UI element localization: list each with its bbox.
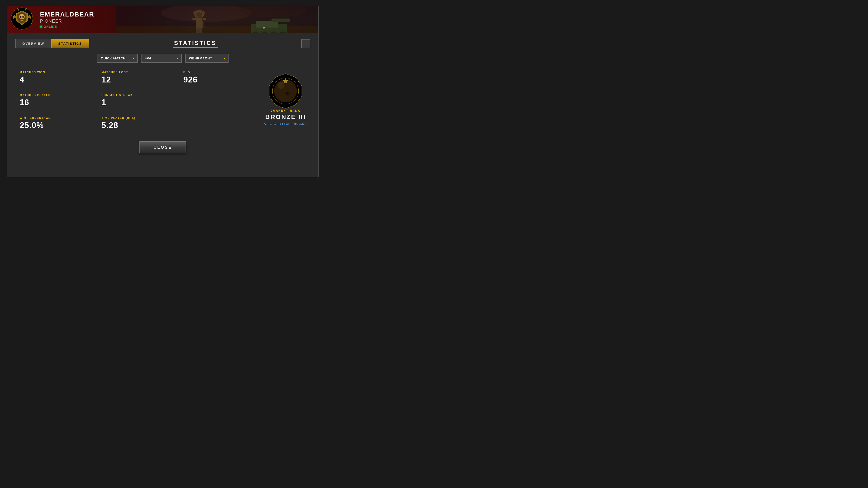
avatar	[11, 7, 35, 32]
team-size-select[interactable]: 1V1 2V2 3V3 4V4	[141, 54, 182, 63]
stat-longest-streak-value: 1	[101, 98, 179, 107]
stat-matches-played-label: MATCHES PLAYED	[20, 94, 97, 97]
player-name: EMERALDBEAR	[40, 11, 94, 18]
stat-elo-value: 926	[183, 75, 260, 85]
header: ★	[7, 6, 318, 33]
svg-rect-7	[192, 18, 196, 20]
tab-overview[interactable]: OVERVIEW	[15, 39, 52, 48]
svg-text:III: III	[285, 91, 288, 95]
svg-rect-10	[199, 28, 202, 33]
match-type-select[interactable]: QUICK MATCH RANKED CUSTOM	[97, 54, 138, 63]
rank-label: CURRENT RANK	[271, 109, 301, 112]
player-status: ONLINE	[40, 25, 94, 29]
stat-win-pct-value: 25.0%	[20, 121, 97, 130]
close-button-container: CLOSE	[15, 141, 310, 153]
stat-matches-won-label: MATCHES WON	[20, 71, 97, 74]
options-button[interactable]: ⋯	[301, 39, 310, 48]
stat-matches-lost-value: 12	[101, 75, 179, 85]
stats-grid: MATCHES WON 4 MATCHES LOST 12 ELO 926 MA…	[15, 71, 260, 130]
stat-matches-won: MATCHES WON 4	[15, 71, 97, 85]
stat-matches-lost-label: MATCHES LOST	[101, 71, 179, 74]
stat-matches-played-value: 16	[20, 98, 97, 107]
svg-point-33	[278, 82, 284, 89]
stat-elo-label: ELO	[183, 71, 260, 74]
stat-time-label: TIME PLAYED (HRS)	[101, 116, 179, 120]
svg-point-30	[274, 80, 297, 102]
tab-bar: OVERVIEW STATISTICS STATISTICS ⋯	[15, 39, 310, 48]
title-underline	[173, 47, 218, 48]
rank-name: BRONZE III	[265, 113, 306, 121]
status-indicator	[40, 26, 42, 28]
status-text: ONLINE	[43, 25, 57, 29]
tab-statistics[interactable]: STATISTICS	[51, 39, 89, 48]
stat-win-pct-label: WIN PERCENTAGE	[20, 116, 97, 120]
svg-point-25	[22, 16, 24, 18]
stat-empty	[179, 94, 260, 107]
main-content: OVERVIEW STATISTICS STATISTICS ⋯ QUICK M…	[7, 33, 318, 159]
faction-select[interactable]: Wehrmacht US FORCES BRITISH FORCES SOVIE…	[185, 54, 228, 63]
leaderboard-link[interactable]: VIEW WEB LEADERBOARD	[264, 123, 307, 126]
rank-section: III CURRENT RANK BRONZE III VIEW WEB LEA…	[260, 71, 310, 130]
player-info: EMERALDBEAR PIONEER ONLINE	[40, 11, 94, 29]
stat-matches-lost: MATCHES LOST 12	[97, 71, 179, 85]
filters-row: QUICK MATCH RANKED CUSTOM 1V1 2V2 3V3 4V…	[15, 54, 310, 63]
svg-rect-15	[272, 19, 289, 22]
stat-elo: ELO 926	[179, 71, 260, 85]
page-title-container: STATISTICS	[89, 39, 301, 48]
svg-rect-6	[196, 18, 203, 29]
stat-longest-streak: LONGEST STREAK 1	[97, 94, 179, 107]
stat-longest-streak-label: LONGEST STREAK	[101, 94, 179, 97]
page-title: STATISTICS	[89, 39, 301, 46]
svg-rect-3	[116, 26, 318, 33]
svg-rect-9	[196, 28, 199, 33]
stat-empty2	[179, 116, 260, 130]
svg-text:★: ★	[262, 26, 266, 29]
stats-area: MATCHES WON 4 MATCHES LOST 12 ELO 926 MA…	[15, 71, 310, 130]
header-artwork: ★	[116, 6, 318, 33]
close-button[interactable]: CLOSE	[140, 141, 186, 153]
medal-svg: III	[268, 73, 304, 109]
stat-matches-won-value: 4	[20, 75, 97, 85]
svg-point-24	[20, 16, 22, 18]
rank-medal: III	[268, 73, 304, 109]
game-window: ★	[7, 6, 319, 177]
stat-win-percentage: WIN PERCENTAGE 25.0%	[15, 116, 97, 130]
faction-wrapper: Wehrmacht US FORCES BRITISH FORCES SOVIE…	[185, 54, 228, 63]
stat-matches-played: MATCHES PLAYED 16	[15, 94, 97, 107]
svg-point-23	[20, 14, 24, 18]
match-type-wrapper: QUICK MATCH RANKED CUSTOM	[97, 54, 138, 63]
team-size-wrapper: 1V1 2V2 3V3 4V4	[141, 54, 182, 63]
stat-time-played: TIME PLAYED (HRS) 5.28	[97, 116, 179, 130]
stat-time-value: 5.28	[101, 121, 179, 130]
player-title: PIONEER	[40, 19, 94, 24]
